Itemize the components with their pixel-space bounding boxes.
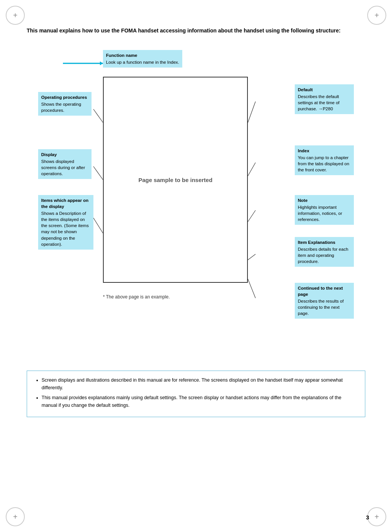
items-appear-desc: Shows a Description of the items display…	[41, 211, 89, 246]
function-name-title: Function name	[106, 52, 179, 58]
item-explanations-title: Item Explanations	[298, 239, 351, 245]
header-text: This manual explains how to use the FOMA…	[27, 27, 365, 35]
operating-proc-title: Operating procedures	[41, 94, 88, 100]
default-label: Default Describes the default settings a…	[295, 84, 354, 114]
display-desc: Shows displayed screens during or after …	[41, 159, 85, 176]
page-sample-label: Page sample to be inserted	[138, 177, 212, 183]
display-label: Display Shows displayed screens during o…	[38, 149, 92, 179]
svg-line-5	[248, 163, 255, 176]
note-title: Note	[298, 197, 351, 203]
bottom-note-item-1: Screen displays and illustrations descri…	[34, 376, 358, 392]
item-explanations-desc: Describes details for each item and oper…	[298, 247, 348, 264]
note-desc: Highlights important information, notice…	[298, 205, 342, 222]
index-desc: You can jump to a chapter from the tabs …	[298, 155, 349, 172]
function-name-label: Function name Look up a function name in…	[103, 50, 182, 68]
index-label: Index You can jump to a chapter from the…	[295, 145, 354, 175]
display-title: Display	[41, 152, 88, 158]
continued-next-page-title: Continued to the next page	[298, 285, 351, 297]
items-appear-title: Items which appear on the display	[41, 197, 90, 210]
operating-procedures-label: Operating procedures Shows the operating…	[38, 92, 92, 116]
index-title: Index	[298, 148, 351, 154]
corner-decoration-bl	[6, 507, 25, 526]
page-number: 3	[366, 514, 369, 521]
function-name-desc: Look up a function name in the Index.	[106, 60, 179, 64]
svg-line-6	[248, 210, 255, 222]
note-label: Note Highlights important information, n…	[295, 195, 354, 225]
continued-next-page-desc: Describes the results of continuing to t…	[298, 299, 344, 316]
bottom-notes-list: Screen displays and illustrations descri…	[34, 376, 358, 409]
bottom-note-item-2: This manual provides explanations mainly…	[34, 394, 358, 409]
continued-next-page-label: Continued to the next page Describes the…	[295, 283, 354, 319]
page-container: This manual explains how to use the FOMA…	[0, 0, 392, 532]
items-appear-label: Items which appear on the display Shows …	[38, 195, 93, 250]
example-note: * The above page is an example.	[103, 294, 170, 300]
corner-decoration-br	[367, 507, 386, 526]
default-title: Default	[298, 87, 351, 93]
corner-decoration-tr	[367, 6, 386, 25]
corner-decoration-tl	[6, 6, 25, 25]
svg-line-3	[248, 102, 255, 123]
item-explanations-label: Item Explanations Describes details for …	[295, 237, 354, 267]
svg-line-9	[248, 279, 255, 298]
svg-marker-1	[100, 61, 103, 65]
page-box: Page sample to be inserted	[103, 77, 248, 283]
operating-proc-desc: Shows the operating procedures.	[41, 102, 81, 113]
svg-line-4	[93, 166, 103, 180]
default-desc: Describes the default settings at the ti…	[298, 94, 339, 111]
svg-line-8	[248, 254, 255, 260]
svg-line-2	[93, 109, 103, 123]
diagram-wrapper: Function name Look up a function name in…	[27, 46, 365, 355]
bottom-notes-box: Screen displays and illustrations descri…	[27, 371, 365, 417]
svg-line-7	[93, 218, 103, 233]
